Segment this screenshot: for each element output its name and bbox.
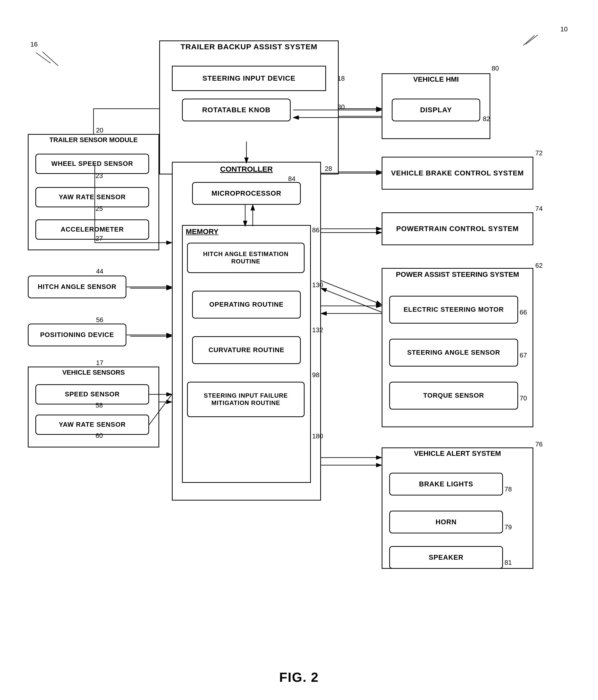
hitch-angle-sensor-label: HITCH ANGLE SENSOR bbox=[38, 283, 117, 291]
ref-180: 180 bbox=[312, 432, 323, 440]
svg-line-33 bbox=[321, 281, 382, 305]
torque-sensor-box: TORQUE SENSOR bbox=[389, 382, 518, 409]
positioning-device-label: POSITIONING DEVICE bbox=[40, 331, 114, 339]
ref-82: 82 bbox=[483, 115, 490, 123]
speed-sensor-label: SPEED SENSOR bbox=[65, 390, 120, 398]
torque-sensor-label: TORQUE SENSOR bbox=[423, 392, 484, 399]
ref-81: 81 bbox=[504, 559, 512, 567]
ref-58: 58 bbox=[96, 401, 103, 409]
speaker-label: SPEAKER bbox=[429, 553, 464, 561]
horn-label: HORN bbox=[435, 518, 457, 526]
speaker-box: SPEAKER bbox=[389, 546, 503, 569]
vehicle-alert-system-label: VEHICLE ALERT SYSTEM bbox=[384, 449, 531, 457]
rotatable-knob-label: ROTATABLE KNOB bbox=[202, 106, 271, 114]
trailer-backup-assist-label: TRAILER BACKUP ASSIST SYSTEM bbox=[162, 43, 336, 51]
power-assist-steering-label: POWER ASSIST STEERING SYSTEM bbox=[384, 271, 531, 279]
operating-routine-box: OPERATING ROUTINE bbox=[192, 291, 301, 319]
ref-44: 44 bbox=[96, 268, 103, 275]
ref-67: 67 bbox=[520, 351, 527, 359]
steering-angle-sensor-label: STEERING ANGLE SENSOR bbox=[407, 349, 500, 356]
microprocessor-label: MICROPROCESSOR bbox=[211, 189, 281, 197]
ref-28: 28 bbox=[325, 165, 332, 173]
svg-line-34 bbox=[321, 288, 382, 312]
ref-25: 25 bbox=[96, 205, 103, 212]
vehicle-brake-control-box: VEHICLE BRAKE CONTROL SYSTEM bbox=[382, 157, 533, 190]
ref-60: 60 bbox=[96, 432, 103, 440]
ref-66: 66 bbox=[520, 308, 527, 316]
steering-input-device-box: STEERING INPUT DEVICE bbox=[172, 66, 326, 91]
wheel-speed-sensor-label: WHEEL SPEED SENSOR bbox=[51, 160, 133, 168]
steering-angle-sensor-box: STEERING ANGLE SENSOR bbox=[389, 339, 518, 367]
ref-30: 30 bbox=[338, 103, 345, 111]
svg-line-21 bbox=[523, 35, 534, 46]
ref-79: 79 bbox=[504, 523, 512, 531]
powertrain-control-label: POWERTRAIN CONTROL SYSTEM bbox=[396, 224, 519, 233]
ref-98: 98 bbox=[312, 371, 320, 379]
ref-132: 132 bbox=[312, 326, 323, 334]
ref-76: 76 bbox=[535, 441, 543, 448]
yaw-rate-sensor-trailer-box: YAW RATE SENSOR bbox=[35, 187, 149, 207]
yaw-rate-sensor-trailer-label: YAW RATE SENSOR bbox=[59, 193, 126, 201]
svg-line-40 bbox=[43, 52, 58, 66]
svg-line-20 bbox=[36, 53, 51, 63]
ref-18: 18 bbox=[338, 75, 345, 82]
yaw-rate-sensor-vehicle-label: YAW RATE SENSOR bbox=[59, 421, 126, 428]
ref-80: 80 bbox=[492, 65, 499, 72]
ref-27: 27 bbox=[96, 234, 103, 243]
ref-72: 72 bbox=[535, 149, 543, 157]
wheel-speed-sensor-box: WHEEL SPEED SENSOR bbox=[35, 154, 149, 174]
ref-84: 84 bbox=[288, 175, 296, 183]
curvature-routine-label: CURVATURE ROUTINE bbox=[208, 346, 284, 354]
ref-17: 17 bbox=[96, 359, 103, 367]
hitch-angle-estimation-label: HITCH ANGLE ESTIMATION ROUTINE bbox=[191, 251, 301, 265]
ref-10: 10 bbox=[560, 25, 568, 33]
steering-input-failure-label: STEERING INPUT FAILURE MITIGATION ROUTIN… bbox=[191, 392, 301, 407]
positioning-device-box: POSITIONING DEVICE bbox=[28, 324, 126, 346]
hitch-angle-estimation-box: HITCH ANGLE ESTIMATION ROUTINE bbox=[187, 243, 304, 273]
memory-label: MEMORY bbox=[186, 227, 218, 236]
ref-16: 16 bbox=[30, 41, 38, 48]
curvature-routine-box: CURVATURE ROUTINE bbox=[192, 336, 301, 364]
hitch-angle-sensor-box: HITCH ANGLE SENSOR bbox=[28, 276, 126, 298]
controller-label: CONTROLLER bbox=[176, 165, 317, 173]
display-label: DISPLAY bbox=[420, 106, 452, 114]
ref-86: 86 bbox=[312, 226, 320, 234]
speed-sensor-box: SPEED SENSOR bbox=[35, 384, 149, 404]
accelerometer-label: ACCELEROMETER bbox=[61, 225, 124, 233]
ref-20: 20 bbox=[96, 126, 103, 134]
steering-input-failure-box: STEERING INPUT FAILURE MITIGATION ROUTIN… bbox=[187, 382, 304, 417]
vehicle-sensors-label: VEHICLE SENSORS bbox=[29, 369, 158, 376]
trailer-sensor-module-label: TRAILER SENSOR MODULE bbox=[29, 136, 158, 144]
steering-input-device-label: STEERING INPUT DEVICE bbox=[202, 74, 296, 83]
ref-130: 130 bbox=[312, 281, 323, 289]
yaw-rate-sensor-vehicle-box: YAW RATE SENSOR bbox=[35, 415, 149, 435]
display-box: DISPLAY bbox=[392, 99, 480, 121]
ref-78: 78 bbox=[504, 485, 512, 493]
ref-70: 70 bbox=[520, 394, 527, 402]
operating-routine-label: OPERATING ROUTINE bbox=[209, 301, 283, 308]
electric-steering-motor-box: ELECTRIC STEERING MOTOR bbox=[389, 296, 518, 324]
ref-56: 56 bbox=[96, 316, 103, 324]
powertrain-control-box: POWERTRAIN CONTROL SYSTEM bbox=[382, 212, 533, 245]
brake-lights-label: BRAKE LIGHTS bbox=[419, 480, 473, 488]
vehicle-brake-control-label: VEHICLE BRAKE CONTROL SYSTEM bbox=[391, 169, 524, 177]
brake-lights-box: BRAKE LIGHTS bbox=[389, 473, 503, 496]
rotatable-knob-box: ROTATABLE KNOB bbox=[182, 99, 291, 121]
ref-23: 23 bbox=[96, 172, 103, 180]
microprocessor-box: MICROPROCESSOR bbox=[192, 182, 301, 205]
horn-box: HORN bbox=[389, 511, 503, 533]
accelerometer-box: ACCELEROMETER bbox=[35, 220, 149, 240]
ref-74: 74 bbox=[535, 205, 543, 212]
vehicle-sensors-box bbox=[28, 367, 159, 447]
figure-label: FIG. 2 bbox=[279, 670, 319, 685]
ref-62: 62 bbox=[535, 261, 543, 270]
svg-line-41 bbox=[526, 35, 538, 44]
vehicle-hmi-label: VEHICLE HMI bbox=[382, 75, 490, 83]
electric-steering-motor-label: ELECTRIC STEERING MOTOR bbox=[404, 306, 504, 314]
